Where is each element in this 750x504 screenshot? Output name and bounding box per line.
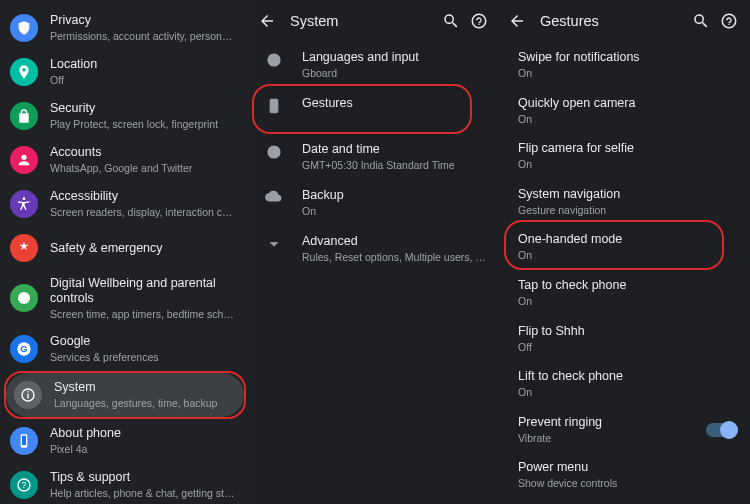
settings-item-accessibility[interactable]: AccessibilityScreen readers, display, in… bbox=[0, 182, 250, 226]
back-icon[interactable] bbox=[506, 10, 528, 32]
gesture-item-swipe-for-notifications[interactable]: Swipe for notificationsOn bbox=[500, 42, 750, 88]
svg-rect-5 bbox=[27, 393, 28, 398]
settings-item-google[interactable]: GGoogleServices & preferences bbox=[0, 327, 250, 371]
settings-item-title: Accounts bbox=[50, 145, 192, 160]
system-item-sub: Gboard bbox=[302, 67, 419, 80]
gesture-item-title: Power menu bbox=[518, 460, 736, 475]
system-pane: System Languages and inputGboardGestures… bbox=[250, 0, 500, 504]
gestures-pane: Gestures Swipe for notificationsOnQuickl… bbox=[500, 0, 750, 504]
toggle-switch[interactable] bbox=[706, 423, 736, 437]
svg-point-1 bbox=[18, 292, 30, 304]
settings-item-title: Security bbox=[50, 101, 218, 116]
settings-item-security[interactable]: SecurityPlay Protect, screen lock, finge… bbox=[0, 94, 250, 138]
settings-item-tips-support[interactable]: ?Tips & supportHelp articles, phone & ch… bbox=[0, 463, 250, 504]
help-icon[interactable] bbox=[468, 10, 490, 32]
back-icon[interactable] bbox=[256, 10, 278, 32]
settings-item-about-phone[interactable]: About phonePixel 4a bbox=[0, 419, 250, 463]
system-list: Languages and inputGboardGesturesDate an… bbox=[250, 42, 500, 272]
settings-item-system[interactable]: SystemLanguages, gestures, time, backup bbox=[6, 373, 244, 417]
gesture-item-sub: On bbox=[518, 67, 688, 80]
gesture-icon bbox=[262, 96, 286, 115]
backup-icon bbox=[262, 188, 286, 207]
gesture-item-title: Tap to check phone bbox=[518, 278, 736, 293]
settings-item-sub: Play Protect, screen lock, fingerprint bbox=[50, 118, 218, 131]
search-icon[interactable] bbox=[690, 10, 712, 32]
settings-item-location[interactable]: LocationOff bbox=[0, 50, 250, 94]
info-icon bbox=[14, 381, 42, 409]
settings-item-digital-wellbeing-and-parental-controls[interactable]: Digital Wellbeing and parental controlsS… bbox=[0, 270, 250, 327]
accessibility-icon bbox=[10, 190, 38, 218]
svg-text:G: G bbox=[20, 344, 27, 354]
gesture-item-title: Lift to check phone bbox=[518, 369, 736, 384]
settings-root-list: PrivacyPermissions, account activity, pe… bbox=[0, 0, 250, 504]
system-item-gestures[interactable]: Gestures bbox=[250, 88, 500, 134]
gesture-item-one-handed-mode[interactable]: One-handed modeOn bbox=[500, 224, 750, 270]
settings-item-sub: Languages, gestures, time, backup bbox=[54, 397, 217, 410]
system-header-title: System bbox=[290, 13, 434, 29]
svg-point-13 bbox=[273, 110, 275, 112]
settings-item-title: About phone bbox=[50, 426, 121, 441]
help-icon: ? bbox=[10, 471, 38, 499]
gesture-item-title: Flip camera for selfie bbox=[518, 141, 736, 156]
system-item-advanced[interactable]: AdvancedRules, Reset options, Multiple u… bbox=[250, 226, 500, 272]
google-icon: G bbox=[10, 335, 38, 363]
gesture-item-sub: On bbox=[518, 295, 688, 308]
system-item-date-and-time[interactable]: Date and timeGMT+05:30 India Standard Ti… bbox=[250, 134, 500, 180]
gesture-item-sub: Vibrate bbox=[518, 432, 688, 445]
system-item-languages-and-input[interactable]: Languages and inputGboard bbox=[250, 42, 500, 88]
gesture-item-sub: On bbox=[518, 158, 688, 171]
gesture-item-flip-to-shhh[interactable]: Flip to ShhhOff bbox=[500, 316, 750, 362]
gesture-item-tap-to-check-phone[interactable]: Tap to check phoneOn bbox=[500, 270, 750, 316]
settings-item-safety-emergency[interactable]: Safety & emergency bbox=[0, 226, 250, 270]
gesture-item-prevent-ringing[interactable]: Prevent ringingVibrate bbox=[500, 407, 750, 453]
gestures-list: Swipe for notificationsOnQuickly open ca… bbox=[500, 42, 750, 498]
gesture-item-title: Swipe for notifications bbox=[518, 50, 736, 65]
gesture-item-sub: On bbox=[518, 249, 688, 262]
settings-item-sub: Services & preferences bbox=[50, 351, 159, 364]
svg-rect-8 bbox=[22, 435, 26, 444]
system-item-title: Date and time bbox=[302, 142, 455, 157]
gestures-header-title: Gestures bbox=[540, 13, 684, 29]
expand-icon bbox=[262, 234, 286, 253]
gesture-item-title: System navigation bbox=[518, 187, 736, 202]
system-item-title: Gestures bbox=[302, 96, 353, 111]
gesture-item-flip-camera-for-selfie[interactable]: Flip camera for selfieOn bbox=[500, 133, 750, 179]
help-icon[interactable] bbox=[718, 10, 740, 32]
phone-icon bbox=[10, 427, 38, 455]
wellbeing-icon bbox=[10, 284, 38, 312]
gesture-item-power-menu[interactable]: Power menuShow device controls bbox=[500, 452, 750, 498]
settings-item-title: Google bbox=[50, 334, 159, 349]
system-item-backup[interactable]: BackupOn bbox=[250, 180, 500, 226]
gesture-item-quickly-open-camera[interactable]: Quickly open cameraOn bbox=[500, 88, 750, 134]
system-item-title: Backup bbox=[302, 188, 344, 203]
settings-item-title: Location bbox=[50, 57, 97, 72]
search-icon[interactable] bbox=[440, 10, 462, 32]
settings-item-title: Accessibility bbox=[50, 189, 238, 204]
gesture-item-sub: On bbox=[518, 113, 688, 126]
gesture-item-title: One-handed mode bbox=[518, 232, 736, 247]
globe-icon bbox=[262, 50, 286, 69]
gesture-item-lift-to-check-phone[interactable]: Lift to check phoneOn bbox=[500, 361, 750, 407]
settings-item-accounts[interactable]: AccountsWhatsApp, Google and Twitter bbox=[0, 138, 250, 182]
system-item-title: Languages and input bbox=[302, 50, 419, 65]
settings-item-sub: Permissions, account activity, personal … bbox=[50, 30, 238, 43]
settings-item-title: Safety & emergency bbox=[50, 241, 163, 256]
gesture-item-sub: Gesture navigation bbox=[518, 204, 688, 217]
settings-item-sub: Off bbox=[50, 74, 97, 87]
clock-icon bbox=[262, 142, 286, 161]
gesture-item-system-navigation[interactable]: System navigationGesture navigation bbox=[500, 179, 750, 225]
system-item-title: Advanced bbox=[302, 234, 487, 249]
settings-item-sub: Screen time, app timers, bedtime schedul… bbox=[50, 308, 238, 321]
settings-item-title: System bbox=[54, 380, 217, 395]
gesture-item-sub: Show device controls bbox=[518, 477, 688, 490]
settings-item-sub: Pixel 4a bbox=[50, 443, 121, 456]
svg-text:?: ? bbox=[22, 480, 27, 490]
gesture-item-title: Flip to Shhh bbox=[518, 324, 736, 339]
settings-item-sub: WhatsApp, Google and Twitter bbox=[50, 162, 192, 175]
gesture-item-sub: On bbox=[518, 386, 688, 399]
settings-item-sub: Help articles, phone & chat, getting sta… bbox=[50, 487, 238, 500]
system-header: System bbox=[250, 0, 500, 42]
settings-item-privacy[interactable]: PrivacyPermissions, account activity, pe… bbox=[0, 6, 250, 50]
gesture-item-title: Quickly open camera bbox=[518, 96, 736, 111]
svg-point-0 bbox=[23, 197, 26, 200]
